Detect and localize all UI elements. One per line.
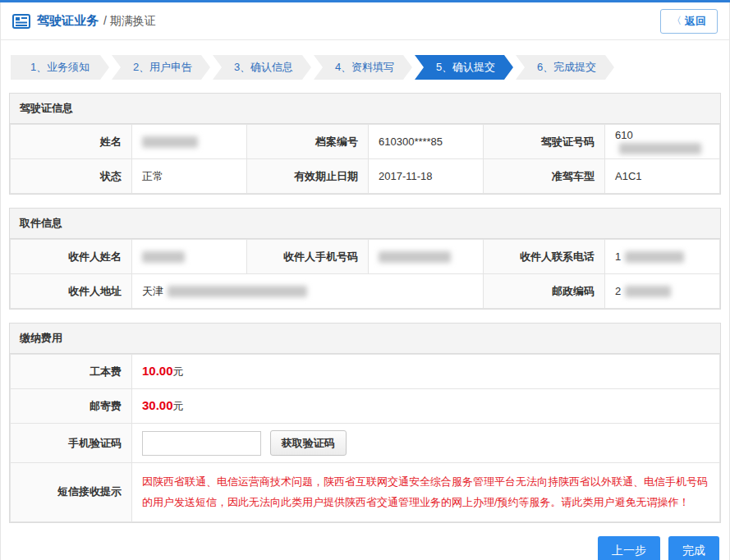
table-row: 手机验证码 获取验证码 bbox=[11, 424, 720, 463]
sms-notice-text: 因陕西省联通、电信运营商技术问题，陕西省互联网交通安全综合服务管理平台无法向持陕… bbox=[132, 463, 720, 522]
get-sms-code-button[interactable]: 获取验证码 bbox=[270, 430, 347, 456]
postcode-prefix: 2 bbox=[615, 285, 621, 297]
expiry-label: 有效期止日期 bbox=[247, 159, 369, 194]
mailing-fee-value: 30.00元 bbox=[132, 389, 720, 424]
license-no-prefix: 610 bbox=[615, 129, 633, 141]
license-info-table: 姓名 档案编号 610300****85 驾驶证号码 610 状态 正常 有效期… bbox=[10, 124, 720, 194]
step-2-user-declaration[interactable]: 2、用户申告 bbox=[112, 55, 210, 80]
previous-step-button[interactable]: 上一步 bbox=[598, 536, 660, 560]
table-row: 状态 正常 有效期止日期 2017-11-18 准驾车型 A1C1 bbox=[11, 159, 720, 194]
step-wizard: 1、业务须知 2、用户申告 3、确认信息 4、资料填写 5、确认提交 6、完成提… bbox=[11, 55, 719, 80]
license-no-value: 610 bbox=[605, 125, 720, 159]
step-6-complete-submit[interactable]: 6、完成提交 bbox=[516, 55, 614, 80]
page-title: 驾驶证业务 bbox=[37, 13, 99, 29]
recipient-mobile-label: 收件人手机号码 bbox=[247, 240, 369, 274]
pickup-info-table: 收件人姓名 收件人手机号码 收件人联系电话 1 收件人地址 天津 邮政编码 2 bbox=[10, 239, 720, 309]
recipient-phone-redacted bbox=[625, 251, 684, 263]
postcode-redacted bbox=[625, 286, 671, 297]
recipient-mobile-redacted bbox=[379, 251, 451, 263]
vehicle-type-value: A1C1 bbox=[605, 159, 720, 194]
table-row: 收件人姓名 收件人手机号码 收件人联系电话 1 bbox=[11, 240, 720, 274]
step-4-fill-info[interactable]: 4、资料填写 bbox=[314, 55, 412, 80]
header-bar: 驾驶证业务 / 期满换证 〈 返回 bbox=[1, 2, 729, 40]
finish-button[interactable]: 完成 bbox=[668, 536, 719, 560]
back-button-label: 返回 bbox=[685, 14, 706, 29]
sms-code-label: 手机验证码 bbox=[11, 424, 132, 463]
pickup-section-title: 取件信息 bbox=[10, 209, 720, 239]
page-container: 驾驶证业务 / 期满换证 〈 返回 1、业务须知 2、用户申告 3、确认信息 4… bbox=[0, 2, 730, 560]
license-no-label: 驾驶证号码 bbox=[484, 125, 605, 159]
postcode-value: 2 bbox=[605, 274, 720, 309]
step-3-confirm-info[interactable]: 3、确认信息 bbox=[213, 55, 311, 80]
breadcrumb: / 期满换证 bbox=[103, 14, 156, 29]
step-1-business-notice[interactable]: 1、业务须知 bbox=[11, 55, 109, 80]
recipient-phone-label: 收件人联系电话 bbox=[484, 240, 605, 274]
expiry-value: 2017-11-18 bbox=[369, 159, 484, 194]
back-chevron-icon: 〈 bbox=[672, 14, 682, 28]
name-label: 姓名 bbox=[11, 125, 132, 159]
status-label: 状态 bbox=[11, 159, 132, 194]
table-row: 短信接收提示 因陕西省联通、电信运营商技术问题，陕西省互联网交通安全综合服务管理… bbox=[11, 463, 720, 522]
sms-code-cell: 获取验证码 bbox=[132, 424, 720, 463]
recipient-phone-value: 1 bbox=[605, 240, 720, 274]
recipient-name-label: 收件人姓名 bbox=[11, 240, 132, 274]
back-button[interactable]: 〈 返回 bbox=[660, 9, 718, 34]
file-no-value: 610300****85 bbox=[369, 125, 484, 159]
fees-table: 工本费 10.00元 邮寄费 30.00元 手机验证码 获取验证码 短信接收提 bbox=[10, 354, 720, 522]
table-row: 邮寄费 30.00元 bbox=[11, 389, 720, 424]
name-value bbox=[132, 125, 247, 159]
table-row: 收件人地址 天津 邮政编码 2 bbox=[11, 274, 720, 309]
license-section-title: 驾驶证信息 bbox=[10, 94, 720, 124]
address-redacted bbox=[168, 286, 307, 297]
table-row: 姓名 档案编号 610300****85 驾驶证号码 610 bbox=[11, 125, 720, 159]
recipient-name-redacted bbox=[142, 251, 185, 263]
table-row: 工本费 10.00元 bbox=[11, 355, 720, 389]
mailing-fee-label: 邮寄费 bbox=[11, 389, 132, 424]
address-prefix: 天津 bbox=[142, 285, 163, 297]
mailing-fee-unit: 元 bbox=[173, 400, 184, 412]
file-no-label: 档案编号 bbox=[247, 125, 369, 159]
vehicle-type-label: 准驾车型 bbox=[484, 159, 605, 194]
fees-section: 缴纳费用 工本费 10.00元 邮寄费 30.00元 手机验证码 bbox=[9, 323, 721, 523]
status-value: 正常 bbox=[132, 159, 247, 194]
recipient-name-value bbox=[132, 240, 247, 274]
address-label: 收件人地址 bbox=[11, 274, 132, 309]
sms-code-input[interactable] bbox=[142, 431, 261, 456]
production-fee-unit: 元 bbox=[173, 365, 184, 378]
license-info-section: 驾驶证信息 姓名 档案编号 610300****85 驾驶证号码 610 状态 … bbox=[9, 93, 721, 195]
pickup-info-section: 取件信息 收件人姓名 收件人手机号码 收件人联系电话 1 收件人地址 天津 邮政… bbox=[9, 208, 721, 310]
license-services-icon bbox=[12, 14, 30, 29]
step-5-confirm-submit[interactable]: 5、确认提交 bbox=[415, 55, 513, 80]
address-value: 天津 bbox=[132, 274, 484, 309]
production-fee-value: 10.00元 bbox=[132, 355, 720, 389]
license-no-redacted bbox=[619, 143, 701, 154]
sms-notice-label: 短信接收提示 bbox=[11, 463, 132, 522]
recipient-mobile-value bbox=[369, 240, 484, 274]
recipient-phone-prefix: 1 bbox=[615, 250, 621, 263]
name-redacted bbox=[142, 136, 198, 148]
production-fee-label: 工本费 bbox=[11, 355, 132, 389]
mailing-fee-amount: 30.00 bbox=[142, 398, 173, 412]
production-fee-amount: 10.00 bbox=[142, 364, 173, 378]
fees-section-title: 缴纳费用 bbox=[10, 324, 720, 354]
footer-actions: 上一步 完成 bbox=[11, 536, 719, 560]
postcode-label: 邮政编码 bbox=[484, 274, 605, 309]
